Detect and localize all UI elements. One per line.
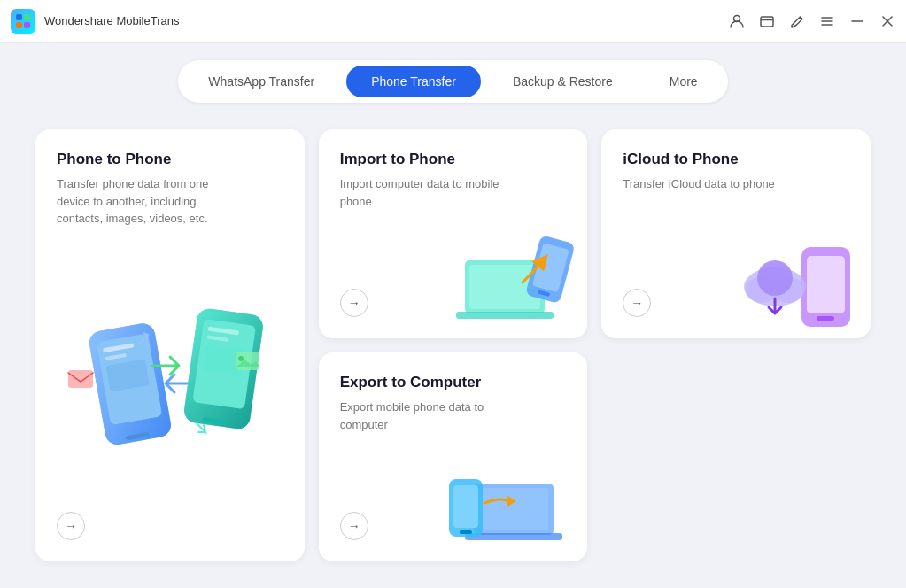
card-icloud-desc: Transfer iCloud data to phone <box>623 175 782 193</box>
card-import-to-phone: Import to Phone Import computer data to … <box>319 129 588 338</box>
window-icon[interactable] <box>759 13 775 29</box>
svg-rect-47 <box>453 485 478 528</box>
edit-icon[interactable] <box>789 13 805 29</box>
svg-rect-38 <box>817 316 834 321</box>
svg-rect-1 <box>24 14 30 20</box>
svg-rect-32 <box>456 312 554 319</box>
nav-tabs: WhatsApp Transfer Phone Transfer Backup … <box>178 60 727 103</box>
card-export-arrow[interactable]: → <box>340 512 368 540</box>
card-icloud-to-phone: iCloud to Phone Transfer iCloud data to … <box>601 129 871 338</box>
svg-rect-5 <box>761 17 773 27</box>
titlebar: Wondershare MobileTrans <box>0 0 906 43</box>
icloud-illustration <box>740 234 863 331</box>
phone-to-phone-illustration <box>64 299 276 468</box>
card-export-desc: Export mobile phone data to computer <box>340 398 499 433</box>
card-phone-to-phone-arrow[interactable]: → <box>57 512 85 540</box>
titlebar-left: Wondershare MobileTrans <box>11 9 179 34</box>
svg-rect-0 <box>16 14 22 20</box>
card-icloud-title: iCloud to Phone <box>623 151 849 168</box>
svg-rect-3 <box>24 22 30 28</box>
svg-point-42 <box>757 260 793 296</box>
card-import-arrow[interactable]: → <box>340 289 368 317</box>
app-icon <box>11 9 35 34</box>
card-export-title: Export to Computer <box>340 374 567 391</box>
card-icloud-arrow[interactable]: → <box>623 289 651 317</box>
main-content: WhatsApp Transfer Phone Transfer Backup … <box>0 43 906 588</box>
titlebar-controls <box>729 13 895 29</box>
card-phone-to-phone: Phone to Phone Transfer phone data from … <box>35 129 305 561</box>
close-icon[interactable] <box>879 13 895 29</box>
svg-rect-28 <box>236 352 259 370</box>
menu-icon[interactable] <box>819 13 835 29</box>
tab-phone-transfer[interactable]: Phone Transfer <box>346 66 481 97</box>
svg-rect-37 <box>807 256 845 313</box>
card-phone-to-phone-desc: Transfer phone data from one device to a… <box>57 175 216 228</box>
card-import-desc: Import computer data to mobile phone <box>340 175 499 210</box>
cards-grid: Phone to Phone Transfer phone data from … <box>35 129 871 561</box>
svg-rect-27 <box>68 370 93 388</box>
svg-rect-48 <box>460 530 472 534</box>
card-export-to-computer: Export to Computer Export mobile phone d… <box>319 352 588 561</box>
card-import-title: Import to Phone <box>340 151 567 168</box>
minimize-icon[interactable] <box>849 13 865 29</box>
svg-rect-44 <box>479 488 548 530</box>
export-illustration <box>447 457 580 554</box>
app-title: Wondershare MobileTrans <box>44 14 179 27</box>
tab-backup-restore[interactable]: Backup & Restore <box>488 66 638 97</box>
tab-more[interactable]: More <box>645 66 723 97</box>
card-phone-to-phone-title: Phone to Phone <box>57 151 283 168</box>
svg-point-29 <box>238 356 244 361</box>
svg-rect-2 <box>16 22 22 28</box>
profile-icon[interactable] <box>729 13 745 29</box>
import-illustration <box>456 234 580 331</box>
tab-whatsapp-transfer[interactable]: WhatsApp Transfer <box>183 66 339 97</box>
